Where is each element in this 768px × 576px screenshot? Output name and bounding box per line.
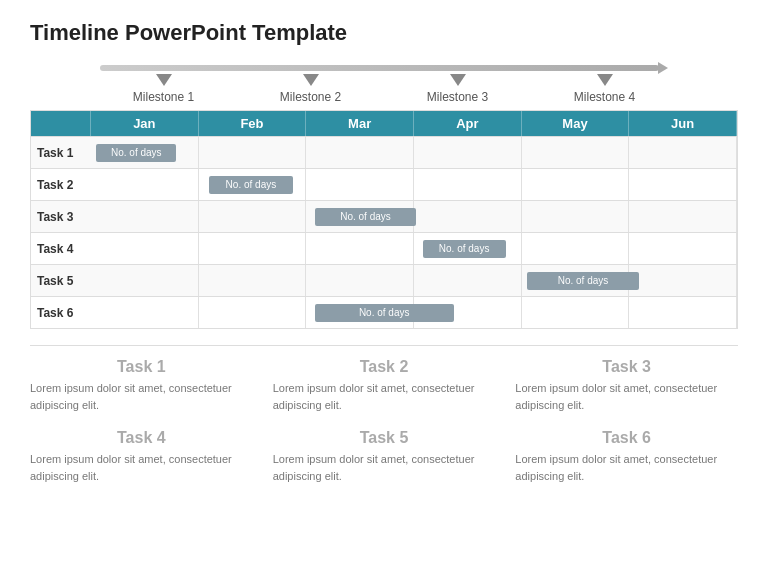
desc-item-5: Task 5Lorem ipsum dolor sit amet, consec… [273,425,496,488]
milestone-2-arrow [303,74,319,86]
gantt-row: Task 2No. of days [31,168,737,200]
task-label-5: Task 5 [31,274,91,288]
gantt-cell-6-3 [414,297,522,328]
desc-text-1: Lorem ipsum dolor sit amet, consectetuer… [30,380,253,413]
gantt-header: Jan Feb Mar Apr May Jun [31,111,737,136]
gantt-row: Task 3No. of days [31,200,737,232]
milestone-4-arrow [597,74,613,86]
desc-title-1: Task 1 [30,358,253,376]
milestone-section: Milestone 1 Milestone 2 Milestone 3 Mile… [30,62,738,104]
page-title: Timeline PowerPoint Template [30,20,738,46]
gantt-cell-4-3: No. of days [414,233,522,264]
gantt-cell-5-2 [306,265,414,296]
gantt-cell-4-5 [629,233,737,264]
gantt-cell-1-1 [199,137,307,168]
task-label-3: Task 3 [31,210,91,224]
gantt-cell-5-0 [91,265,199,296]
desc-item-3: Task 3Lorem ipsum dolor sit amet, consec… [515,354,738,417]
desc-text-3: Lorem ipsum dolor sit amet, consectetuer… [515,380,738,413]
gantt-cell-3-3 [414,201,522,232]
desc-title-2: Task 2 [273,358,496,376]
gantt-cell-1-4 [522,137,630,168]
gantt-cell-2-1: No. of days [199,169,307,200]
gantt-header-may: May [522,111,630,136]
task-label-4: Task 4 [31,242,91,256]
gantt-header-feb: Feb [199,111,307,136]
desc-item-6: Task 6Lorem ipsum dolor sit amet, consec… [515,425,738,488]
gantt-cell-3-4 [522,201,630,232]
desc-title-4: Task 4 [30,429,253,447]
gantt-cell-2-4 [522,169,630,200]
desc-text-5: Lorem ipsum dolor sit amet, consectetuer… [273,451,496,484]
gantt-cell-1-5 [629,137,737,168]
gantt-cell-4-0 [91,233,199,264]
gantt-header-jan: Jan [91,111,199,136]
gantt-cell-3-0 [91,201,199,232]
gantt-cell-6-0 [91,297,199,328]
milestone-3-label: Milestone 3 [427,90,488,104]
desc-title-3: Task 3 [515,358,738,376]
gantt-bar-task-1: No. of days [96,144,176,162]
gantt-bar-task-5: No. of days [527,272,639,290]
gantt-cell-2-2 [306,169,414,200]
milestone-4-label: Milestone 4 [574,90,635,104]
milestone-2-label: Milestone 2 [280,90,341,104]
gantt-cell-6-2: No. of days [306,297,414,328]
milestone-1-arrow [156,74,172,86]
gantt-header-empty [31,111,91,136]
gantt-cell-3-5 [629,201,737,232]
gantt-bar-task-3: No. of days [315,208,416,226]
task-label-2: Task 2 [31,178,91,192]
gantt-cell-3-2: No. of days [306,201,414,232]
desc-item-4: Task 4Lorem ipsum dolor sit amet, consec… [30,425,253,488]
milestone-4: Milestone 4 [545,74,665,104]
gantt-cell-1-3 [414,137,522,168]
gantt-cell-5-4: No. of days [522,265,630,296]
gantt-header-apr: Apr [414,111,522,136]
gantt-cell-6-4 [522,297,630,328]
gantt-bar-task-2: No. of days [209,176,292,194]
desc-title-5: Task 5 [273,429,496,447]
gantt-cell-1-2 [306,137,414,168]
gantt-cell-2-0 [91,169,199,200]
gantt-row: Task 5No. of days [31,264,737,296]
gantt-row: Task 4No. of days [31,232,737,264]
gantt-cell-2-5 [629,169,737,200]
task-label-6: Task 6 [31,306,91,320]
milestone-3-arrow [450,74,466,86]
milestone-1: Milestone 1 [104,74,224,104]
gantt-cell-6-1 [199,297,307,328]
desc-title-6: Task 6 [515,429,738,447]
gantt-cell-2-3 [414,169,522,200]
gantt-rows: Task 1No. of daysTask 2No. of daysTask 3… [31,136,737,328]
gantt-cell-5-1 [199,265,307,296]
gantt-cell-5-3 [414,265,522,296]
desc-item-2: Task 2Lorem ipsum dolor sit amet, consec… [273,354,496,417]
gantt-cell-3-1 [199,201,307,232]
desc-text-6: Lorem ipsum dolor sit amet, consectetuer… [515,451,738,484]
desc-text-4: Lorem ipsum dolor sit amet, consectetuer… [30,451,253,484]
desc-text-2: Lorem ipsum dolor sit amet, consectetuer… [273,380,496,413]
gantt-bar-task-4: No. of days [423,240,506,258]
desc-item-1: Task 1Lorem ipsum dolor sit amet, consec… [30,354,253,417]
gantt-cell-5-5 [629,265,737,296]
gantt-cell-4-1 [199,233,307,264]
gantt-cell-4-2 [306,233,414,264]
milestone-2: Milestone 2 [251,74,371,104]
gantt-row: Task 6No. of days [31,296,737,328]
milestone-1-label: Milestone 1 [133,90,194,104]
milestone-3: Milestone 3 [398,74,518,104]
task-label-1: Task 1 [31,146,91,160]
gantt-chart: Jan Feb Mar Apr May Jun Task 1No. of day… [30,110,738,329]
gantt-cell-1-0: No. of days [91,137,199,168]
gantt-header-mar: Mar [306,111,414,136]
gantt-row: Task 1No. of days [31,136,737,168]
divider [30,345,738,346]
gantt-header-jun: Jun [629,111,737,136]
gantt-cell-6-5 [629,297,737,328]
gantt-cell-4-4 [522,233,630,264]
description-section: Task 1Lorem ipsum dolor sit amet, consec… [30,354,738,488]
